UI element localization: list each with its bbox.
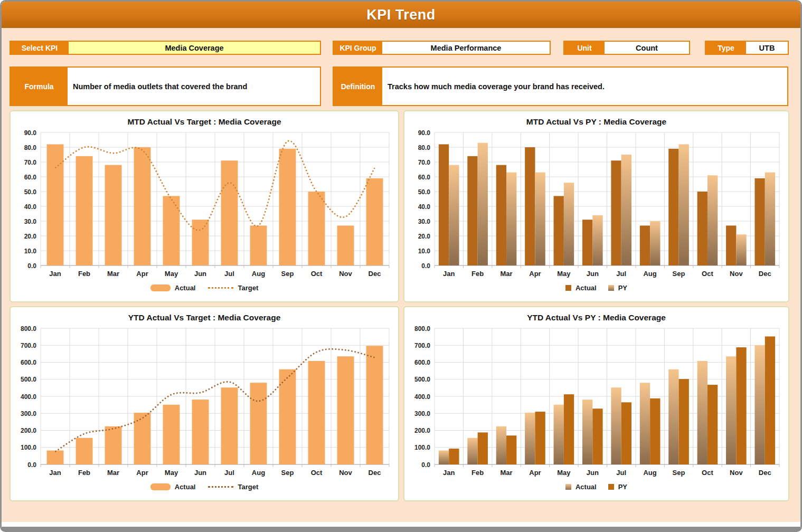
unit-value: Count	[605, 42, 689, 54]
kpi-group-value: Media Performance	[382, 42, 550, 54]
select-kpi-control: Select KPI Media Coverage	[10, 41, 321, 55]
svg-text:400.0: 400.0	[21, 393, 36, 401]
svg-text:Jun: Jun	[587, 270, 599, 278]
svg-text:May: May	[165, 270, 178, 278]
svg-text:Jul: Jul	[616, 270, 626, 278]
svg-text:70.0: 70.0	[24, 159, 37, 166]
svg-text:80.0: 80.0	[24, 144, 37, 151]
svg-text:Aug: Aug	[252, 469, 265, 477]
kpi-group-control: KPI Group Media Performance	[333, 41, 551, 55]
window-bottom-strip	[2, 522, 800, 527]
svg-text:200.0: 200.0	[414, 427, 430, 434]
svg-text:100.0: 100.0	[414, 444, 430, 451]
kpi-selector-row: Select KPI Media Coverage KPI Group Medi…	[10, 41, 792, 55]
svg-text:300.0: 300.0	[21, 410, 36, 417]
svg-text:Nov: Nov	[730, 270, 743, 278]
svg-text:Feb: Feb	[471, 469, 484, 477]
svg-text:80.0: 80.0	[418, 144, 431, 151]
unit-control: Unit Count	[563, 41, 690, 55]
svg-text:Apr: Apr	[136, 469, 148, 477]
svg-text:0.0: 0.0	[27, 262, 36, 270]
formula-control: Formula Number of media outlets that cov…	[10, 66, 321, 106]
svg-text:Jun: Jun	[194, 270, 206, 278]
svg-text:Jul: Jul	[224, 469, 234, 477]
svg-text:Jul: Jul	[224, 270, 234, 278]
chart-title: MTD Actual Vs PY : Media Coverage	[526, 117, 666, 127]
chart-panel-mtd-target: MTD Actual Vs Target : Media Coverage 0.…	[10, 110, 399, 302]
svg-text:Jan: Jan	[49, 270, 61, 278]
svg-text:May: May	[557, 270, 571, 278]
svg-text:Oct: Oct	[702, 469, 713, 477]
svg-text:20.0: 20.0	[24, 233, 37, 240]
legend-actual-swatch	[150, 284, 171, 291]
definition-value: Tracks how much media coverage your bran…	[382, 68, 787, 105]
svg-text:Jan: Jan	[443, 270, 455, 278]
select-kpi-value[interactable]: Media Coverage	[69, 42, 320, 54]
svg-text:30.0: 30.0	[418, 218, 431, 225]
svg-text:Sep: Sep	[673, 270, 685, 278]
kpi-group-label: KPI Group	[334, 42, 382, 54]
chart-legend: Actual PY	[565, 479, 627, 494]
svg-text:600.0: 600.0	[414, 359, 430, 366]
legend-actual-swatch	[150, 483, 171, 490]
svg-text:Nov: Nov	[730, 469, 743, 477]
chart-panel-ytd-target: YTD Actual Vs Target : Media Coverage 0.…	[10, 306, 399, 501]
legend-actual-label: Actual	[575, 483, 597, 491]
svg-text:600.0: 600.0	[21, 359, 36, 366]
svg-text:40.0: 40.0	[24, 203, 37, 211]
legend-actual-swatch	[565, 285, 571, 291]
svg-text:Aug: Aug	[252, 270, 265, 278]
legend-actual-label: Actual	[175, 284, 196, 292]
svg-text:Apr: Apr	[136, 270, 148, 278]
svg-text:500.0: 500.0	[21, 376, 36, 383]
legend-py-swatch	[608, 285, 614, 291]
chart-panel-ytd-py: YTD Actual Vs PY : Media Coverage 0.0100…	[403, 306, 789, 501]
svg-text:Aug: Aug	[643, 469, 656, 477]
svg-text:Dec: Dec	[759, 469, 771, 477]
ytd-py-chart-canvas[interactable]: 0.0100.0200.0300.0400.0500.0600.0700.080…	[406, 324, 787, 479]
svg-text:May: May	[165, 469, 178, 477]
legend-py-label: PY	[618, 483, 627, 491]
mtd-target-chart-canvas[interactable]: 0.010.020.030.040.050.060.070.080.090.0J…	[12, 128, 397, 280]
ytd-target-chart-canvas[interactable]: 0.0100.0200.0300.0400.0500.0600.0700.080…	[12, 324, 397, 479]
kpi-trend-header: KPI Trend	[2, 2, 800, 28]
chart-title: MTD Actual Vs Target : Media Coverage	[127, 117, 281, 127]
svg-text:Jun: Jun	[194, 469, 206, 477]
chart-legend: Actual Target	[150, 280, 259, 295]
svg-text:Feb: Feb	[78, 270, 90, 278]
dashboard-content: Select KPI Media Coverage KPI Group Medi…	[2, 28, 800, 522]
svg-text:70.0: 70.0	[418, 159, 431, 166]
type-label: Type	[706, 42, 746, 54]
svg-text:200.0: 200.0	[21, 427, 36, 434]
svg-text:800.0: 800.0	[414, 325, 430, 332]
svg-text:Mar: Mar	[500, 270, 512, 278]
charts-grid: MTD Actual Vs Target : Media Coverage 0.…	[10, 110, 792, 501]
svg-text:50.0: 50.0	[24, 188, 37, 196]
legend-target-dotted-line	[208, 287, 233, 289]
mtd-py-chart-canvas[interactable]: 0.010.020.030.040.050.060.070.080.090.0J…	[406, 128, 787, 280]
definition-control: Definition Tracks how much media coverag…	[333, 66, 788, 106]
svg-text:40.0: 40.0	[418, 203, 431, 211]
legend-target-label: Target	[238, 483, 258, 491]
svg-text:90.0: 90.0	[24, 129, 37, 137]
svg-text:Dec: Dec	[369, 270, 381, 278]
unit-label: Unit	[564, 42, 605, 54]
svg-text:May: May	[557, 469, 571, 477]
svg-text:Feb: Feb	[78, 469, 90, 477]
svg-text:700.0: 700.0	[414, 342, 430, 349]
svg-text:Mar: Mar	[500, 469, 512, 477]
legend-actual-swatch	[565, 484, 571, 490]
svg-text:20.0: 20.0	[418, 233, 431, 240]
svg-text:Oct: Oct	[311, 270, 323, 278]
legend-target-dotted-line	[208, 486, 233, 488]
svg-text:30.0: 30.0	[24, 218, 37, 225]
svg-text:Mar: Mar	[107, 469, 119, 477]
svg-text:Aug: Aug	[643, 270, 656, 278]
type-control: Type UTB	[705, 41, 789, 55]
svg-text:Jan: Jan	[49, 469, 61, 477]
svg-text:400.0: 400.0	[414, 393, 430, 401]
page-title: KPI Trend	[366, 7, 436, 23]
svg-text:Jul: Jul	[616, 469, 626, 477]
svg-text:300.0: 300.0	[414, 410, 430, 417]
svg-text:90.0: 90.0	[418, 129, 431, 137]
